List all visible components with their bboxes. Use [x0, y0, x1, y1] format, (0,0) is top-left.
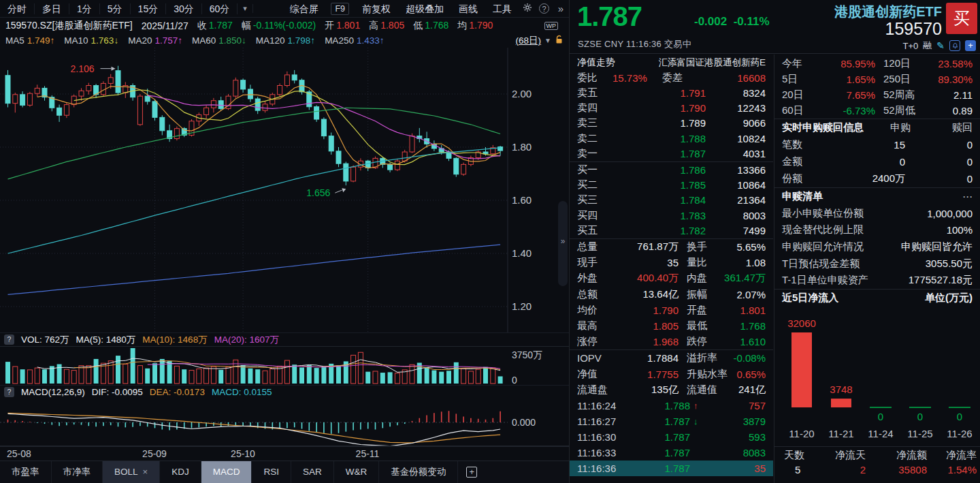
macd-header: ? MACD(12,26,9) DIF: -0.0095 DEA: -0.017…	[0, 385, 569, 399]
stat-label: 升贴水率	[687, 368, 728, 381]
redeem-label: T-1日单位申赎资产	[782, 274, 868, 287]
stat-row-均价: 均价1.790开盘1.801	[570, 302, 773, 318]
subscription-title: 实时申购赎回信息	[782, 121, 864, 134]
sell-row-卖五[interactable]: 卖五1.7918324	[570, 85, 773, 100]
volume-pane[interactable]: 3750万0	[0, 346, 569, 385]
buy-row-买四[interactable]: 买四1.7838003	[570, 208, 773, 223]
stat-value: 1.7755	[617, 369, 679, 380]
redeem-row-T-1日单位申赎资产: T-1日单位申赎资产1775527.18元	[774, 272, 980, 289]
buy-row-买一[interactable]: 买一1.78613366	[570, 162, 773, 177]
tick-row-11:16:36[interactable]: 11:16:361.78735	[570, 461, 773, 476]
tab-W&R[interactable]: W&R	[334, 461, 380, 483]
period-tab-1分[interactable]: 1分	[69, 3, 100, 14]
tab-MACD[interactable]: MACD	[201, 461, 252, 483]
stat-value: 0.65%	[736, 369, 766, 380]
stat-row-总量: 总量761.87万换手5.65%	[570, 239, 773, 255]
perf-value: 85.95%	[819, 58, 875, 69]
close-icon[interactable]: ×	[143, 461, 148, 483]
collapse-handle[interactable]: »	[558, 201, 568, 286]
level-volume: 8003	[743, 210, 766, 221]
tab-BOLL[interactable]: BOLL×	[103, 461, 160, 483]
add-watchlist-icon[interactable]: +	[965, 40, 976, 51]
tick-arrow-icon: ↑	[693, 401, 698, 411]
perf-value: -6.73%	[819, 105, 875, 116]
subs-redeem-value: 0	[967, 156, 973, 168]
stat-label: 流通盘	[577, 384, 608, 396]
stat-value: 1.801	[740, 305, 766, 316]
redeem-row-申购赎回允许情况: 申购赎回允许情况申购赎回皆允许	[774, 238, 980, 255]
edit-pencil-icon[interactable]: ✎	[936, 40, 945, 51]
buy-levels: 买一1.78613366买二1.78510864买三1.78421364买四1.…	[570, 162, 773, 238]
more-chevron-icon[interactable]: »	[553, 3, 569, 14]
buy-row-买五[interactable]: 买五1.7827499	[570, 223, 773, 238]
vol-help-icon[interactable]: ?	[4, 334, 14, 345]
sell-row-卖一[interactable]: 卖一1.7874031	[570, 146, 773, 161]
weibi-row: 委比 15.73% 委差 16608	[570, 70, 773, 85]
help-icon[interactable]: ?	[539, 3, 549, 14]
tick-row-11:16:30[interactable]: 11:16:301.787593	[570, 429, 773, 445]
menu-前复权[interactable]: 前复权	[355, 0, 398, 18]
gear-icon[interactable]	[519, 3, 536, 14]
menu-超级叠加[interactable]: 超级叠加	[398, 0, 451, 18]
tab-SAR[interactable]: SAR	[291, 461, 334, 483]
lock-icon[interactable]	[555, 35, 564, 46]
range-selector[interactable]: (68日)	[516, 35, 542, 47]
period-tab-多日[interactable]: 多日	[35, 3, 69, 14]
tick-row-11:16:33[interactable]: 11:16:331.7878083	[570, 445, 773, 461]
level-volume: 7499	[743, 225, 766, 236]
period-tab-30分[interactable]: 30分	[166, 3, 202, 14]
macd-help-icon[interactable]: ?	[4, 387, 14, 397]
period-more-caret-icon[interactable]: ▾	[238, 4, 253, 13]
vol-value: VOL: 762万	[21, 334, 69, 346]
sell-row-卖二[interactable]: 卖二1.78810824	[570, 131, 773, 146]
redeem-list-title: 申赎清单	[782, 190, 823, 203]
tab-RSI[interactable]: RSI	[252, 461, 291, 483]
tab-市盈率[interactable]: 市盈率	[0, 461, 52, 483]
tab-基金份额变动[interactable]: 基金份额变动	[379, 461, 458, 483]
perf-row-60日: 60日-6.73%52周低0.89	[774, 103, 980, 119]
buy-button[interactable]: 买	[946, 3, 977, 34]
performance-grid: 今年85.95%120日23.58%5日1.65%250日89.30%20日7.…	[774, 54, 980, 119]
svg-text:32060: 32060	[787, 317, 816, 329]
toolbar-menus: 综合屏F9前复权超级叠加画线工具	[282, 0, 519, 18]
tick-volume: 757	[749, 400, 766, 411]
nav-trend-link[interactable]: 净值走势	[577, 57, 615, 69]
menu-工具[interactable]: 工具	[485, 0, 519, 18]
range-caret-icon[interactable]: ▼	[544, 37, 551, 44]
close-label: 收	[197, 20, 207, 32]
level-label: 卖三	[577, 116, 598, 129]
tick-row-11:16:24[interactable]: 11:16:241.788↑757	[570, 398, 773, 414]
more-ellipsis-icon[interactable]: ⋯	[962, 191, 973, 203]
buy-row-买三[interactable]: 买三1.78421364	[570, 193, 773, 208]
svg-text:1.60: 1.60	[512, 194, 532, 206]
alert-bell-icon[interactable]	[949, 40, 960, 51]
svg-text:0.000: 0.000	[512, 417, 536, 428]
svg-text:3750万: 3750万	[512, 349, 542, 360]
tab-KDJ[interactable]: KDJ	[160, 461, 201, 483]
stats-grid: 总量761.87万换手5.65%现手35量比1.08外盘400.40万内盘361…	[570, 239, 773, 398]
tick-time: 11:16:27	[577, 416, 616, 427]
perf-label: 5日	[782, 73, 798, 86]
period-tab-5分[interactable]: 5分	[100, 3, 131, 14]
tick-row-11:16:27[interactable]: 11:16:271.787↓3879	[570, 414, 773, 429]
tick-volume: 593	[749, 431, 766, 443]
menu-画线[interactable]: 画线	[451, 0, 485, 18]
tick-volume: 35	[754, 463, 766, 474]
tab-label: SAR	[303, 461, 322, 483]
macd-pane[interactable]: 0.000	[0, 399, 569, 446]
sell-row-卖三[interactable]: 卖三1.7899066	[570, 116, 773, 131]
period-tab-15分[interactable]: 15分	[131, 3, 167, 14]
sell-row-卖四[interactable]: 卖四1.79012243	[570, 100, 773, 115]
wp-badge-icon[interactable]: WP	[544, 22, 559, 30]
period-tab-60分[interactable]: 60分	[202, 3, 238, 14]
perf-value: 1.65%	[819, 74, 875, 85]
menu-F9[interactable]: F9	[331, 3, 349, 15]
add-indicator-button[interactable]: +	[458, 461, 485, 483]
kline-chart[interactable]: 2.1061.6562.001.801.601.401.20	[0, 48, 569, 332]
buy-row-买二[interactable]: 买二1.78510864	[570, 177, 773, 192]
menu-综合屏[interactable]: 综合屏	[282, 0, 325, 18]
period-tab-分时[interactable]: 分时	[0, 3, 35, 14]
ma-legend-bar: MA51.749↑MA101.763↓MA201.757↑MA601.850↓M…	[0, 33, 569, 48]
tab-市净率[interactable]: 市净率	[52, 461, 103, 483]
tick-time: 11:16:33	[577, 447, 616, 458]
